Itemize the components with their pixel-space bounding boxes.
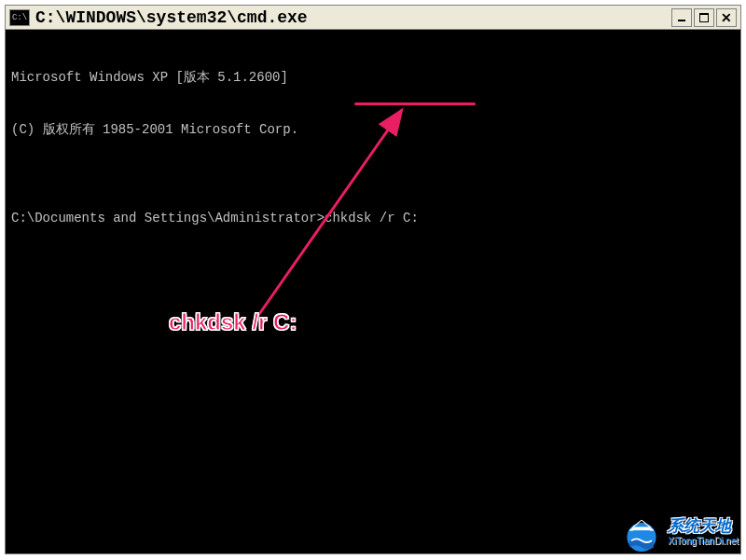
watermark-logo-icon <box>621 512 662 553</box>
close-icon: ✕ <box>721 11 732 24</box>
watermark-sub-text: XiTongTianDi.net <box>668 536 739 546</box>
terminal-prompt-line: C:\Documents and Settings\Administrator>… <box>11 210 735 227</box>
maximize-icon <box>699 13 709 22</box>
close-button[interactable]: ✕ <box>716 8 737 27</box>
cmd-icon: C:\ <box>9 9 30 26</box>
terminal-line-copyright: (C) 版权所有 1985-2001 Microsoft Corp. <box>11 121 735 139</box>
minimize-icon <box>678 20 685 21</box>
titlebar[interactable]: C:\ C:\WINDOWS\system32\cmd.exe ✕ <box>6 6 740 30</box>
watermark-main-text: 系统天地 <box>668 518 739 536</box>
minimize-button[interactable] <box>671 8 692 27</box>
terminal-command: chkdsk /r C: <box>325 211 419 225</box>
terminal-area[interactable]: Microsoft Windows XP [版本 5.1.2600] (C) 版… <box>6 30 740 553</box>
cmd-window: C:\ C:\WINDOWS\system32\cmd.exe ✕ Micros… <box>5 5 741 554</box>
window-title: C:\WINDOWS\system32\cmd.exe <box>35 8 671 27</box>
annotation-label: chkdsk /r C: <box>169 307 297 337</box>
watermark-text: 系统天地 XiTongTianDi.net <box>668 518 739 546</box>
window-controls: ✕ <box>671 8 737 27</box>
terminal-line-header: Microsoft Windows XP [版本 5.1.2600] <box>11 69 735 87</box>
annotation-underline <box>354 102 476 105</box>
svg-rect-3 <box>633 527 650 531</box>
watermark: 系统天地 XiTongTianDi.net <box>621 512 739 553</box>
terminal-prompt: C:\Documents and Settings\Administrator> <box>11 211 325 225</box>
maximize-button[interactable] <box>694 8 714 27</box>
